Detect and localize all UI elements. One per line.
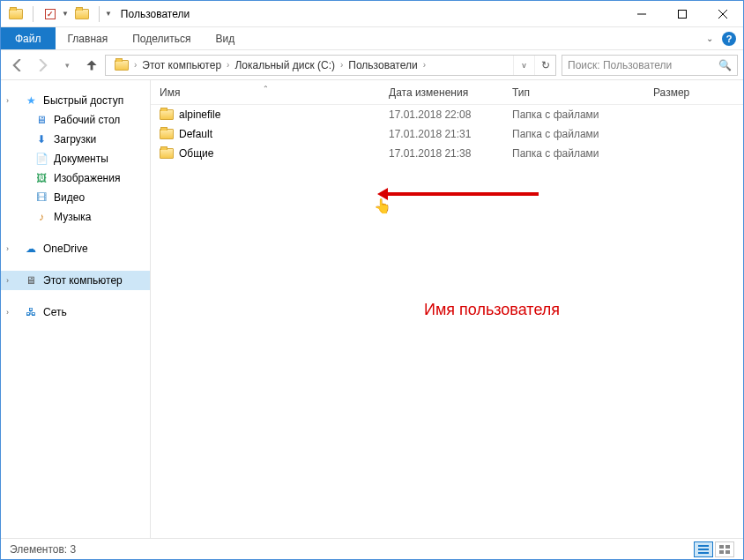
file-date: 17.01.2018 21:38 [380,147,503,160]
network-icon: 🖧 [24,305,38,319]
folder-icon [115,60,129,71]
close-button[interactable] [703,1,743,27]
annotation-arrow [380,192,539,196]
ribbon: Файл Главная Поделиться Вид ⌄ ? [1,27,743,50]
folder-icon [160,109,174,120]
sidebar-item-music[interactable]: ♪Музыка [1,207,150,227]
navigation-pane: › ★ Быстрый доступ 🖥Рабочий стол ⬇Загруз… [1,80,151,540]
column-header-date[interactable]: Дата изменения [380,86,503,99]
sidebar-item-label: Документы [54,153,108,165]
refresh-button[interactable]: ↻ [534,56,555,75]
qat-folder-icon[interactable] [6,4,26,24]
sidebar-item-this-pc[interactable]: › 🖥 Этот компьютер [1,271,150,290]
svg-rect-4 [698,545,709,547]
documents-icon: 📄 [34,152,48,166]
chevron-right-icon[interactable]: › [6,96,15,105]
breadcrumb[interactable]: Этот компьютер [137,59,227,71]
breadcrumb[interactable]: Пользователи [343,59,422,71]
sidebar-item-label: Видео [54,191,85,204]
column-header-size[interactable]: Размер [644,86,715,99]
svg-rect-5 [698,549,709,550]
maximize-button[interactable] [662,1,703,27]
sidebar-item-quick-access[interactable]: › ★ Быстрый доступ [1,91,150,110]
file-row[interactable]: Общие 17.01.2018 21:38 Папка с файлами [151,144,743,163]
breadcrumb[interactable]: Локальный диск (C:) [229,59,340,71]
sidebar-item-network[interactable]: › 🖧 Сеть [1,302,150,322]
sidebar-item-label: Сеть [43,306,67,318]
sidebar-item-pictures[interactable]: 🖼Изображения [1,168,150,188]
column-headers: ⌃Имя Дата изменения Тип Размер [151,80,743,105]
svg-rect-6 [698,552,709,554]
sidebar-item-label: Этот компьютер [43,274,123,287]
chevron-right-icon[interactable]: › [423,60,426,70]
sidebar-item-desktop[interactable]: 🖥Рабочий стол [1,110,150,130]
file-name: Default [179,128,212,140]
view-details-button[interactable] [694,541,713,557]
minimize-button[interactable] [621,1,662,27]
qat-new-folder-button[interactable] [72,4,92,24]
quick-access-toolbar: ✓ ▼ ▼ [1,4,112,24]
back-button[interactable] [6,54,29,77]
status-bar: Элементов: 3 [1,538,743,559]
folder-icon [160,129,174,139]
folder-icon [160,148,174,159]
sort-indicator-icon: ⌃ [263,85,269,93]
navigation-bar: ▾ › Этот компьютер › Локальный диск (C:)… [1,50,743,80]
sidebar-item-label: Рабочий стол [54,114,120,126]
svg-rect-9 [719,550,724,554]
search-box[interactable]: Поиск: Пользователи 🔍 [562,55,738,76]
status-item-count: Элементов: 3 [10,543,76,556]
address-dropdown[interactable]: v [513,56,534,75]
svg-rect-10 [725,550,730,554]
help-icon[interactable]: ? [722,32,736,46]
chevron-right-icon[interactable]: › [6,308,15,317]
pictures-icon: 🖼 [34,171,48,185]
downloads-icon: ⬇ [34,132,48,146]
up-button[interactable] [80,54,103,77]
search-icon: 🔍 [718,59,732,71]
star-icon: ★ [24,93,38,108]
file-list-area: ⌃Имя Дата изменения Тип Размер alpinefil… [151,80,743,540]
search-placeholder: Поиск: Пользователи [568,59,672,71]
videos-icon: 🎞 [34,190,48,205]
file-type: Папка с файлами [503,147,644,160]
desktop-icon: 🖥 [34,113,48,127]
recent-dropdown[interactable]: ▾ [56,54,78,77]
sidebar-item-downloads[interactable]: ⬇Загрузки [1,130,150,149]
sidebar-item-label: Музыка [54,211,91,223]
chevron-down-icon[interactable]: ▼ [62,10,69,18]
file-row[interactable]: Default 17.01.2018 21:31 Папка с файлами [151,124,743,144]
chevron-right-icon[interactable]: › [6,244,15,253]
address-bar[interactable]: › Этот компьютер › Локальный диск (C:) ›… [105,55,556,76]
svg-rect-7 [719,545,724,549]
svg-rect-1 [679,10,687,18]
file-name: Общие [179,147,213,160]
cloud-icon: ☁ [24,242,38,256]
window-title: Пользователи [121,8,190,20]
tab-home[interactable]: Главная [56,27,121,49]
sidebar-item-label: Изображения [54,172,120,184]
sidebar-item-documents[interactable]: 📄Документы [1,149,150,168]
file-tab[interactable]: Файл [1,27,56,49]
chevron-right-icon[interactable]: › [6,276,15,285]
view-large-icons-button[interactable] [715,541,734,557]
file-date: 17.01.2018 22:08 [380,108,503,121]
music-icon: ♪ [34,210,48,224]
sidebar-item-label: OneDrive [43,243,88,255]
qat-customize-dropdown[interactable]: ▼ [105,10,112,18]
monitor-icon: 🖥 [24,273,38,287]
file-row[interactable]: alpinefile 17.01.2018 22:08 Папка с файл… [151,105,743,124]
file-name: alpinefile [179,108,220,121]
sidebar-item-videos[interactable]: 🎞Видео [1,188,150,207]
file-type: Папка с файлами [503,108,644,121]
qat-properties-button[interactable]: ✓ [41,4,60,24]
tab-view[interactable]: Вид [203,27,247,49]
sidebar-item-onedrive[interactable]: › ☁ OneDrive [1,239,150,258]
file-date: 17.01.2018 21:31 [380,128,503,140]
ribbon-expand-icon[interactable]: ⌄ [706,34,713,43]
forward-button[interactable] [31,54,54,77]
column-header-type[interactable]: Тип [503,86,644,99]
column-header-name[interactable]: ⌃Имя [151,86,380,99]
annotation-label: Имя пользователя [424,301,560,319]
tab-share[interactable]: Поделиться [120,27,203,49]
